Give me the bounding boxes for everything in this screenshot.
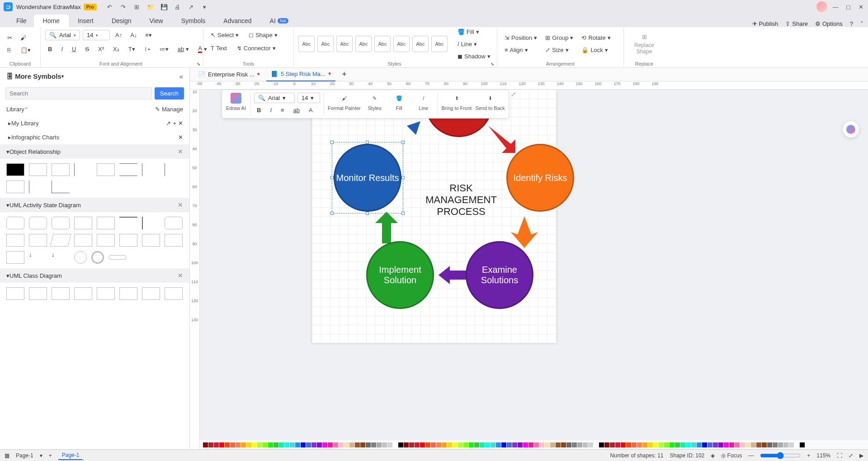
shape-thumb[interactable]: [119, 234, 137, 247]
color-swatch[interactable]: [246, 442, 251, 447]
color-swatch[interactable]: [545, 442, 550, 447]
color-swatch[interactable]: [252, 442, 257, 447]
color-swatch[interactable]: [686, 442, 691, 447]
minimize-button[interactable]: —: [832, 3, 839, 10]
decrease-font-button[interactable]: A↓: [127, 30, 140, 40]
shape-thumb[interactable]: [142, 234, 160, 247]
color-swatch[interactable]: [371, 442, 376, 447]
save-button[interactable]: 💾: [160, 3, 168, 11]
color-swatch[interactable]: [415, 442, 420, 447]
float-font-select[interactable]: 🔍 Arial ▾: [254, 93, 295, 103]
float-fill-button[interactable]: 🪣Fill: [389, 93, 410, 111]
color-swatch[interactable]: [675, 442, 680, 447]
color-swatch[interactable]: [539, 442, 544, 447]
color-swatch[interactable]: [594, 442, 599, 447]
rotate-button[interactable]: ⟲ Rotate▾: [579, 33, 613, 43]
manage-library-button[interactable]: ✎ Manage: [155, 106, 183, 113]
menu-home[interactable]: Home: [34, 14, 69, 27]
color-swatch[interactable]: [778, 442, 783, 447]
circle-identify-risks[interactable]: Identify Risks: [506, 144, 574, 212]
add-page-button[interactable]: +: [49, 452, 52, 459]
color-swatch[interactable]: [458, 442, 463, 447]
color-swatch[interactable]: [577, 442, 582, 447]
color-swatch[interactable]: [751, 442, 756, 447]
page-dropdown[interactable]: ▾: [40, 452, 42, 459]
color-swatch[interactable]: [762, 442, 767, 447]
float-bold[interactable]: B: [254, 105, 264, 115]
fullscreen-button[interactable]: ⤢: [849, 452, 853, 459]
color-swatch[interactable]: [708, 442, 712, 447]
shape-thumb[interactable]: [74, 217, 92, 229]
shape-thumb[interactable]: [165, 234, 183, 247]
color-swatch[interactable]: [512, 442, 517, 447]
increase-font-button[interactable]: A↑: [113, 30, 125, 40]
color-swatch[interactable]: [637, 442, 642, 447]
shape-thumb[interactable]: [74, 234, 92, 247]
color-swatch[interactable]: [615, 442, 620, 447]
collapse-panel-button[interactable]: «: [179, 72, 183, 80]
color-swatch[interactable]: [718, 442, 723, 447]
float-italic[interactable]: I: [267, 105, 274, 115]
color-swatch[interactable]: [274, 442, 278, 447]
shape-thumb[interactable]: [29, 217, 47, 229]
color-swatch[interactable]: [767, 442, 772, 447]
color-swatch[interactable]: [632, 442, 637, 447]
uml-class-section[interactable]: ▾ UML Class Diagram✕: [0, 268, 189, 283]
canvas-page[interactable]: Identify Risks Examine Solutions Impleme…: [312, 90, 556, 343]
zoom-level[interactable]: 115%: [816, 452, 830, 459]
color-swatch[interactable]: [436, 442, 441, 447]
lock-button[interactable]: 🔒 Lock▾: [579, 45, 613, 55]
group-button[interactable]: ⊞ Group▾: [542, 33, 576, 43]
maximize-button[interactable]: ◻: [844, 3, 852, 10]
superscript-button[interactable]: X²: [95, 44, 107, 54]
color-swatch[interactable]: [219, 442, 224, 447]
shape-thumb[interactable]: [165, 217, 183, 229]
shape-thumb[interactable]: [97, 234, 115, 247]
center-label[interactable]: RISK MANAGEMENT PROCESS: [416, 182, 506, 218]
bring-to-front-button[interactable]: ⬆Bring to Front: [442, 93, 472, 111]
style-preset[interactable]: Abc: [336, 36, 353, 52]
edraw-ai-button[interactable]: Edraw AI: [226, 93, 246, 111]
color-swatch[interactable]: [702, 442, 707, 447]
color-swatch[interactable]: [311, 442, 316, 447]
color-swatch[interactable]: [491, 442, 495, 447]
add-tab-button[interactable]: +: [337, 68, 351, 81]
bold-button[interactable]: B: [45, 44, 55, 54]
fit-page-button[interactable]: ⛶: [837, 452, 842, 459]
bullets-button[interactable]: ≔▾: [157, 44, 171, 54]
user-avatar[interactable]: [816, 1, 827, 12]
infographic-charts-item[interactable]: Infographic Charts: [11, 134, 59, 141]
paste-brush-button[interactable]: 🖌: [18, 33, 33, 43]
color-swatch[interactable]: [420, 442, 425, 447]
color-swatch[interactable]: [279, 442, 284, 447]
color-swatch[interactable]: [257, 442, 262, 447]
color-swatch[interactable]: [360, 442, 365, 447]
uml-activity-section[interactable]: ▾ UML Activity State Diagram✕: [0, 198, 189, 212]
color-swatch[interactable]: [800, 442, 805, 447]
color-swatch[interactable]: [355, 442, 360, 447]
doc-tab-1[interactable]: 📄 Enterprise Risk ... •: [193, 68, 264, 81]
menu-insert[interactable]: Insert: [69, 14, 103, 27]
collapse-ribbon-button[interactable]: ˄: [860, 20, 863, 27]
line-button[interactable]: / Line ▾: [455, 39, 493, 49]
fill-button[interactable]: 🪣 Fill ▾: [455, 27, 493, 37]
color-swatch[interactable]: [322, 442, 327, 447]
circle-implement-solution[interactable]: Implement Solution: [366, 241, 434, 309]
format-painter-button[interactable]: 🖌Format Painter: [328, 93, 361, 111]
color-swatch[interactable]: [393, 442, 398, 447]
float-styles-button[interactable]: ✎Styles: [364, 93, 385, 111]
color-swatch[interactable]: [507, 442, 512, 447]
size-button[interactable]: ⤢ Size▾: [542, 45, 576, 55]
shape-thumb[interactable]: ↓: [52, 251, 70, 264]
style-preset[interactable]: Abc: [393, 36, 410, 52]
color-swatch[interactable]: [588, 442, 593, 447]
color-swatch[interactable]: [664, 442, 669, 447]
color-swatch[interactable]: [447, 442, 452, 447]
color-swatch[interactable]: [697, 442, 702, 447]
font-family-select[interactable]: 🔍 Arial ▾: [45, 30, 80, 40]
color-swatch[interactable]: [583, 442, 588, 447]
color-swatch[interactable]: [208, 442, 213, 447]
color-swatch[interactable]: [642, 442, 647, 447]
float-textdir[interactable]: ab: [291, 105, 302, 115]
focus-button[interactable]: ◎ Focus: [721, 452, 742, 459]
